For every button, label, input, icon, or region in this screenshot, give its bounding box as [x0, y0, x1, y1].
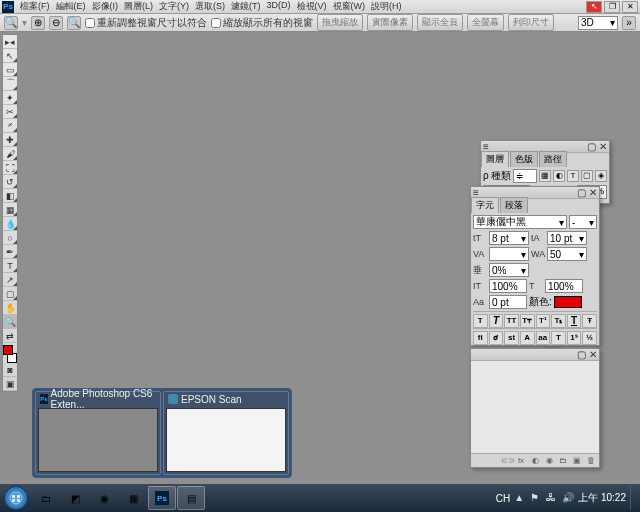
folder-icon[interactable]: 🗀 [557, 456, 569, 466]
tray-chevron-icon[interactable]: ▲ [514, 492, 526, 504]
tab-channels[interactable]: 色版 [510, 151, 538, 167]
history-brush-tool[interactable]: ↺ [3, 175, 17, 189]
gradient-tool[interactable]: ▦ [3, 203, 17, 217]
minimize-icon[interactable]: ✕ [622, 1, 638, 13]
print-size-button[interactable]: 列印尺寸 [508, 14, 554, 31]
scrubby-zoom-button[interactable]: 拖曳縮放 [317, 14, 363, 31]
tracking-input[interactable]: 50▾ [547, 247, 587, 261]
italic-button[interactable]: T [489, 314, 504, 328]
blur-tool[interactable]: 💧 [3, 217, 17, 231]
menu-help[interactable]: 說明(H) [371, 0, 402, 13]
tab-layers[interactable]: 圖層 [481, 151, 509, 167]
zoom-in-icon[interactable]: ⊕ [31, 16, 45, 30]
filter-adjust-icon[interactable]: ◐ [553, 170, 565, 182]
shape-tool[interactable]: ▢ [3, 287, 17, 301]
trash-icon[interactable]: 🗑 [585, 456, 597, 466]
quickmask-tool[interactable]: ◙ [3, 363, 17, 377]
hscale-input[interactable]: 100% [489, 279, 527, 293]
menu-type[interactable]: 文字(Y) [159, 0, 189, 13]
ot8-button[interactable]: ½ [582, 331, 597, 345]
smallcaps-button[interactable]: Tᴛ [520, 314, 535, 328]
menu-image[interactable]: 影像(I) [92, 0, 119, 13]
link-icon[interactable]: ⊂⊃ [501, 456, 513, 466]
fg-color-icon[interactable] [3, 345, 13, 355]
sub-button[interactable]: T₁ [551, 314, 566, 328]
tab-paths[interactable]: 路徑 [539, 151, 567, 167]
taskbar-browser-icon[interactable]: ◉ [90, 486, 118, 510]
tab-character[interactable]: 字元 [471, 197, 499, 213]
fit-screen-button[interactable]: 顯示全頁 [417, 14, 463, 31]
stamp-tool[interactable]: ⛶ [3, 161, 17, 175]
hand-tool[interactable]: ✋ [3, 301, 17, 315]
clock[interactable]: 上午 10:22 [578, 493, 626, 503]
filter-kind-select[interactable]: ≑ [513, 169, 537, 183]
menu-edit[interactable]: 編輯(E) [56, 0, 86, 13]
ime-indicator[interactable]: CH [496, 493, 510, 504]
mask-icon[interactable]: ◐ [529, 456, 541, 466]
taskbar-viewer-icon[interactable]: ▦ [119, 486, 147, 510]
kerning-input[interactable]: ▾ [489, 247, 529, 261]
type-tool[interactable]: T [3, 259, 17, 273]
menu-window[interactable]: 視窗(W) [333, 0, 366, 13]
super-button[interactable]: T¹ [536, 314, 551, 328]
show-desktop-button[interactable] [630, 486, 636, 510]
swap-colors-icon[interactable]: ⇄ [3, 329, 17, 343]
filter-pixel-icon[interactable]: ▦ [539, 170, 551, 182]
filter-type-icon[interactable]: T [567, 170, 579, 182]
menu-3d[interactable]: 3D(D) [267, 0, 291, 13]
fill-screen-button[interactable]: 全螢幕 [467, 14, 504, 31]
lasso-tool[interactable]: ⌒ [3, 77, 17, 91]
menu-view[interactable]: 檢視(V) [297, 0, 327, 13]
taskbar-app-icon[interactable]: ◩ [61, 486, 89, 510]
wand-tool[interactable]: ✦ [3, 91, 17, 105]
text-color-swatch[interactable] [554, 296, 582, 308]
ot1-button[interactable]: fi [473, 331, 488, 345]
tray-network-icon[interactable]: 🖧 [546, 492, 558, 504]
font-family-select[interactable]: 華康儷中黑▾ [473, 215, 567, 229]
heal-tool[interactable]: ✚ [3, 133, 17, 147]
start-button[interactable] [4, 486, 28, 510]
move-tool[interactable]: ↖ [3, 49, 17, 63]
zoom-tool[interactable]: 🔍 [3, 315, 17, 329]
task-switcher[interactable]: PsAdobe Photoshop CS6 Exten... EPSON Sca… [32, 388, 292, 478]
menu-select[interactable]: 選取(S) [195, 0, 225, 13]
ot2-button[interactable]: ơ [489, 331, 504, 345]
strike-button[interactable]: Ŧ [582, 314, 597, 328]
adjust-icon[interactable]: ◉ [543, 456, 555, 466]
panel-drag-handle[interactable]: ▢ ✕ [471, 349, 599, 361]
fx-icon[interactable]: fx [515, 456, 527, 466]
vscale-input[interactable]: 0%▾ [489, 263, 529, 277]
font-size-input[interactable]: 8 pt▾ [489, 231, 529, 245]
search-icon[interactable]: » [622, 16, 636, 30]
path-tool[interactable]: ↗ [3, 273, 17, 287]
pen-tool[interactable]: ✒ [3, 245, 17, 259]
menu-filter[interactable]: 濾鏡(T) [231, 0, 261, 13]
filter-shape-icon[interactable]: ▢ [581, 170, 593, 182]
menu-bar[interactable]: 檔案(F) 編輯(E) 影像(I) 圖層(L) 文字(Y) 選取(S) 濾鏡(T… [14, 0, 586, 13]
tab-paragraph[interactable]: 段落 [500, 197, 528, 213]
leading-input[interactable]: 10 pt▾ [547, 231, 587, 245]
ot3-button[interactable]: st [504, 331, 519, 345]
bold-button[interactable]: T [473, 314, 488, 328]
taskbar-photoshop-icon[interactable]: Ps [148, 486, 176, 510]
ot4-button[interactable]: A [520, 331, 535, 345]
zoom-all-check[interactable]: 縮放顯示所有的視窗 [211, 16, 313, 30]
wscale-input[interactable]: 100% [545, 279, 583, 293]
close-icon[interactable]: ↖ [586, 1, 602, 13]
taskbar-explorer-icon[interactable]: 🗀 [32, 486, 60, 510]
dodge-tool[interactable]: ○ [3, 231, 17, 245]
zoom-out-icon[interactable]: ⊖ [49, 16, 63, 30]
baseline-input[interactable]: 0 pt [489, 295, 527, 309]
zoom-tool-icon[interactable]: 🔍 [67, 16, 81, 30]
task-item-epson[interactable]: EPSON Scan [163, 391, 289, 475]
ot5-button[interactable]: aa [536, 331, 551, 345]
tray-volume-icon[interactable]: 🔊 [562, 492, 574, 504]
screenmode-tool[interactable]: ▣ [3, 377, 17, 391]
ot6-button[interactable]: T [551, 331, 566, 345]
new-layer-icon[interactable]: ▣ [571, 456, 583, 466]
brush-tool[interactable]: 🖌 [3, 147, 17, 161]
tool-preset-icon[interactable]: 🔍 [4, 16, 18, 30]
font-style-select[interactable]: -▾ [569, 215, 597, 229]
restore-icon[interactable]: ❐ [604, 1, 620, 13]
filter-smart-icon[interactable]: ◈ [595, 170, 607, 182]
